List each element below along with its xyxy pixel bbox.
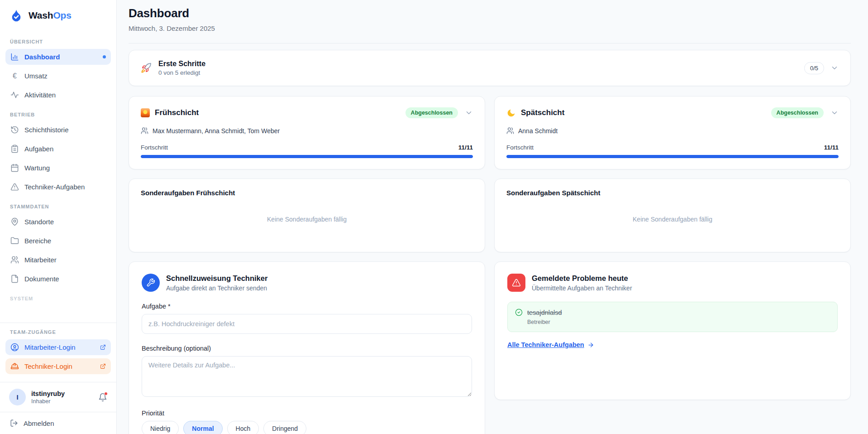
dashboard-grid: Frühschicht Abgeschlossen Max Mustermann… xyxy=(129,96,851,434)
description-textarea[interactable] xyxy=(142,356,472,397)
progress-label: Fortschritt xyxy=(506,144,534,151)
history-clock-icon xyxy=(10,125,19,134)
users-icon xyxy=(506,127,514,135)
sidebar-item-techniker-login[interactable]: Techniker-Login xyxy=(5,358,111,374)
sidebar-item-dashboard[interactable]: Dashboard xyxy=(5,49,111,65)
sidebar-item-label: Schichthistorie xyxy=(24,126,69,134)
sidebar-item-label: Aufgaben xyxy=(24,145,53,153)
sidebar-item-wartung[interactable]: Wartung xyxy=(5,160,111,176)
shift-title: Spätschicht xyxy=(521,108,564,117)
sidebar-item-dokumente[interactable]: Dokumente xyxy=(5,271,111,287)
sidebar-item-mitarbeiter-login[interactable]: Mitarbeiter-Login xyxy=(5,339,111,355)
euro-icon: € xyxy=(10,72,19,80)
description-label: Beschreibung (optional) xyxy=(142,345,472,352)
sidebar-item-schichthistorie[interactable]: Schichthistorie xyxy=(5,122,111,138)
progress-row: Fortschritt 11/11 xyxy=(506,144,839,151)
issues-subtitle: Übermittelte Aufgaben an Techniker xyxy=(532,285,632,292)
progress-value: 11/11 xyxy=(824,144,839,151)
progress-bar-fill xyxy=(141,155,473,158)
priority-niedrig-button[interactable]: Niedrig xyxy=(142,421,179,434)
issues-header-text: Gemeldete Probleme heute Übermittelte Au… xyxy=(532,274,632,292)
sidebar-nav: ÜBERSICHT Dashboard € Umsatz Aktivitäten… xyxy=(0,30,116,323)
sidebar-item-label: Mitarbeiter xyxy=(24,256,57,264)
sidebar-item-label: Bereiche xyxy=(24,237,51,245)
priority-label: Priorität xyxy=(142,410,472,417)
shift-header: Spätschicht Abgeschlossen xyxy=(506,107,839,118)
issue-row: tesajdnlalsd xyxy=(515,309,830,316)
priority-hoch-button[interactable]: Hoch xyxy=(227,421,259,434)
priority-dringend-button[interactable]: Dringend xyxy=(263,421,306,434)
getting-started-subtitle: 0 von 5 erledigt xyxy=(158,69,205,76)
washops-drop-logo-icon xyxy=(9,8,24,23)
spaetschicht-card: Spätschicht Abgeschlossen Anna Schmidt F… xyxy=(494,96,851,169)
external-link-icon xyxy=(100,344,106,350)
all-technician-tasks-link[interactable]: Alle Techniker-Aufgaben xyxy=(507,341,594,348)
sidebar-item-label: Dokumente xyxy=(24,275,59,283)
clipboard-icon xyxy=(10,145,19,153)
quick-assign-card: Schnellzuweisung Techniker Aufgabe direk… xyxy=(129,261,485,434)
sidebar-item-label: Umsatz xyxy=(24,72,48,80)
special-tasks-empty-state: Keine Sonderaufgaben fällig xyxy=(506,197,839,242)
header-divider xyxy=(129,43,851,43)
notification-dot xyxy=(104,392,108,395)
external-link-icon xyxy=(100,363,106,369)
getting-started-card[interactable]: Erste Schritte 0 von 5 erledigt 0/5 xyxy=(129,50,851,86)
link-label: Alle Techniker-Aufgaben xyxy=(507,341,584,348)
hard-hat-icon xyxy=(10,362,19,371)
page-date: Mittwoch, 3. Dezember 2025 xyxy=(129,24,851,32)
logout-button[interactable]: Abmelden xyxy=(0,412,116,434)
active-dot xyxy=(103,55,106,58)
reported-issues-card: Gemeldete Probleme heute Übermittelte Au… xyxy=(494,261,851,400)
sidebar-item-label: Dashboard xyxy=(24,53,60,61)
sidebar-item-techniker-aufgaben[interactable]: Techniker-Aufgaben xyxy=(5,179,111,195)
getting-started-right: 0/5 xyxy=(804,62,839,74)
shift-members-names: Max Mustermann, Anna Schmidt, Tom Weber xyxy=(153,127,280,135)
sidebar-item-label: Aktivitäten xyxy=(24,91,56,99)
user-meta: itstinyruby Inhaber xyxy=(31,390,65,405)
page-title: Dashboard xyxy=(129,6,851,20)
logout-label: Abmelden xyxy=(24,420,54,427)
user-role: Inhaber xyxy=(31,398,65,405)
getting-started-text: Erste Schritte 0 von 5 erledigt xyxy=(158,60,205,76)
check-circle-icon xyxy=(515,309,523,316)
progress-label: Fortschritt xyxy=(141,144,168,151)
sidebar: WashOps ÜBERSICHT Dashboard € Umsatz Akt… xyxy=(0,0,117,434)
notifications-bell-icon[interactable] xyxy=(98,393,107,402)
shift-header: Frühschicht Abgeschlossen xyxy=(141,107,473,118)
logout-icon xyxy=(10,419,18,427)
user-profile-row[interactable]: I itstinyruby Inhaber xyxy=(0,382,116,412)
main-content: Dashboard Mittwoch, 3. Dezember 2025 Ers… xyxy=(117,0,868,434)
issue-text: tesajdnlalsd xyxy=(527,309,562,316)
priority-normal-button[interactable]: Normal xyxy=(183,421,222,434)
file-icon xyxy=(10,275,19,283)
status-badge: Abgeschlossen xyxy=(771,107,824,118)
chevron-down-icon[interactable] xyxy=(830,64,839,72)
folder-icon xyxy=(10,236,19,245)
chevron-down-icon[interactable] xyxy=(465,109,473,117)
user-name: itstinyruby xyxy=(31,390,65,397)
sidebar-item-aufgaben[interactable]: Aufgaben xyxy=(5,141,111,157)
sidebar-item-mitarbeiter[interactable]: Mitarbeiter xyxy=(5,252,111,268)
task-label: Aufgabe * xyxy=(142,303,472,310)
shift-header-right: Abgeschlossen xyxy=(771,107,839,118)
issues-title: Gemeldete Probleme heute xyxy=(532,274,632,283)
chevron-down-icon[interactable] xyxy=(830,109,839,117)
sidebar-item-aktivitaeten[interactable]: Aktivitäten xyxy=(5,87,111,103)
progress-row: Fortschritt 11/11 xyxy=(141,144,473,151)
sidebar-item-bereiche[interactable]: Bereiche xyxy=(5,233,111,249)
users-icon xyxy=(10,256,19,264)
moon-icon xyxy=(506,108,516,118)
activity-icon xyxy=(10,91,19,99)
quick-assign-header-text: Schnellzuweisung Techniker Aufgabe direk… xyxy=(166,274,267,292)
progress-count-badge: 0/5 xyxy=(804,62,824,74)
bar-chart-icon xyxy=(10,53,19,61)
priority-options: Niedrig Normal Hoch Dringend xyxy=(142,421,472,434)
sonderaufgaben-fruehschicht-card: Sonderaufgaben Frühschicht Keine Sondera… xyxy=(129,178,485,252)
special-tasks-empty-state: Keine Sonderaufgaben fällig xyxy=(141,197,473,242)
sidebar-item-umsatz[interactable]: € Umsatz xyxy=(5,68,111,84)
task-input[interactable] xyxy=(142,314,472,334)
shift-members: Anna Schmidt xyxy=(506,127,839,135)
sidebar-item-standorte[interactable]: Standorte xyxy=(5,214,111,230)
avatar: I xyxy=(9,389,26,405)
alert-triangle-icon xyxy=(507,274,525,292)
